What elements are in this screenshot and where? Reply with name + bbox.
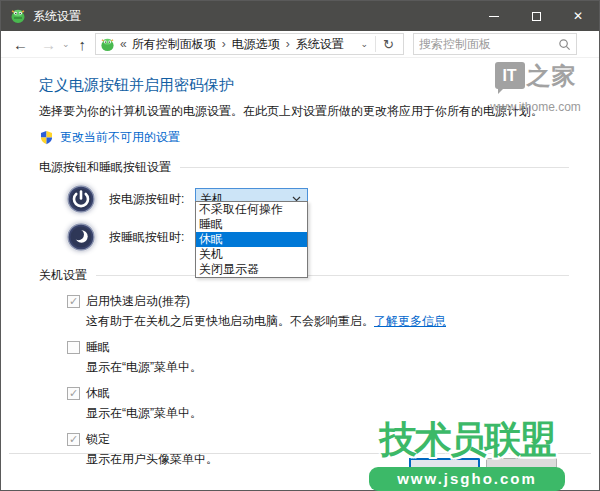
breadcrumb-separator-icon[interactable]: › <box>222 37 226 51</box>
window-icon[interactable] <box>10 8 26 24</box>
hibernate-checkbox[interactable]: ✓ <box>67 387 80 400</box>
dropdown-option-sleep[interactable]: 睡眠 <box>196 217 307 232</box>
checkbox-label[interactable]: 睡眠 <box>86 339 110 356</box>
breadcrumb-item-system-settings[interactable]: 系统设置 <box>296 36 344 53</box>
power-action-dropdown-list: 不采取任何操作 睡眠 休眠 关机 关闭显示器 <box>195 201 308 278</box>
jsgho-watermark: 技术员联盟 www.jsgho.com <box>369 415 565 491</box>
power-button-row: 按电源按钮时: 关机 <box>67 183 569 215</box>
maximize-button[interactable] <box>515 1 557 31</box>
close-icon: ✕ <box>573 10 583 22</box>
checkbox-description: 这有助于在关机之后更快地启动电脑。不会影响重启。了解更多信息 <box>86 313 569 330</box>
power-button-label: 按电源按钮时: <box>109 191 195 208</box>
ithome-logo-icon: IT <box>495 62 525 89</box>
jsgho-url-badge: www.jsgho.com <box>369 467 565 491</box>
checkbox-label[interactable]: 锁定 <box>86 431 110 448</box>
uac-shield-icon <box>39 130 54 145</box>
fast-startup-setting: ✓ 启用快速启动(推荐) 这有助于在关机之后更快地启动电脑。不会影响重启。了解更… <box>67 293 569 330</box>
change-unavailable-settings-link[interactable]: 更改当前不可用的设置 <box>60 129 180 146</box>
section-rule <box>96 275 569 276</box>
checkbox-description: 显示在“电源”菜单中。 <box>86 359 569 376</box>
learn-more-link[interactable]: 了解更多信息 <box>374 314 446 328</box>
close-button[interactable]: ✕ <box>557 1 599 31</box>
ithome-watermark: IT 之家 www.ithome.com <box>488 62 583 114</box>
window-title: 系统设置 <box>33 8 81 25</box>
breadcrumb-collapse-icon[interactable]: « <box>120 37 127 51</box>
title-bar: 系统设置 ✕ <box>1 1 599 31</box>
search-box <box>413 33 577 55</box>
system-settings-window: 系统设置 ✕ ← → ⌄ ↑ « 所有控制面板项 › 电源选项 › 系统设置 <box>0 0 600 491</box>
section-title: 关机设置 <box>39 267 87 284</box>
address-dropdown-icon[interactable]: ⌄ <box>354 39 376 49</box>
sleep-button-label: 按睡眠按钮时: <box>109 229 195 246</box>
search-input[interactable] <box>419 37 558 51</box>
refresh-icon[interactable]: ↻ <box>376 37 401 52</box>
minimize-button[interactable] <box>473 1 515 31</box>
search-icon[interactable] <box>558 38 571 51</box>
dropdown-option-shutdown[interactable]: 关机 <box>196 247 307 262</box>
power-buttons-section-header: 电源按钮和睡眠按钮设置 <box>39 159 569 176</box>
section-title: 电源按钮和睡眠按钮设置 <box>39 159 171 176</box>
power-button-icon <box>67 185 95 213</box>
dropdown-option-no-action[interactable]: 不采取任何操作 <box>196 202 307 217</box>
fast-startup-checkbox[interactable]: ✓ <box>67 295 80 308</box>
navigation-bar: ← → ⌄ ↑ « 所有控制面板项 › 电源选项 › 系统设置 ⌄ ↻ <box>1 31 599 58</box>
forward-button[interactable]: → <box>41 37 56 52</box>
breadcrumb-separator-icon[interactable]: › <box>286 37 290 51</box>
jsgho-title: 技术员联盟 <box>369 415 565 465</box>
up-button[interactable]: ↑ <box>79 37 87 52</box>
checkbox-label[interactable]: 休眠 <box>86 385 110 402</box>
ithome-logo-text: 之家 <box>527 62 577 89</box>
breadcrumb[interactable]: « 所有控制面板项 › 电源选项 › 系统设置 ⌄ ↻ <box>95 33 404 55</box>
dropdown-option-hibernate[interactable]: 休眠 <box>196 232 307 247</box>
maximize-icon <box>532 12 541 21</box>
checkbox-label[interactable]: 启用快速启动(推荐) <box>86 293 190 310</box>
sleep-setting: 睡眠 显示在“电源”菜单中。 <box>67 339 569 376</box>
dropdown-option-turn-off-display[interactable]: 关闭显示器 <box>196 262 307 277</box>
breadcrumb-item-power-options[interactable]: 电源选项 <box>232 36 280 53</box>
recent-pages-icon[interactable]: ⌄ <box>62 39 70 49</box>
back-button[interactable]: ← <box>13 37 28 52</box>
sleep-button-icon <box>67 223 95 251</box>
description-text: 这有助于在关机之后更快地启动电脑。不会影响重启。 <box>86 314 374 328</box>
section-rule <box>180 167 569 168</box>
ithome-url: www.ithome.com <box>488 100 583 114</box>
sleep-button-row: 按睡眠按钮时: <box>67 221 569 253</box>
breadcrumb-item-all-control-panel[interactable]: 所有控制面板项 <box>132 36 216 53</box>
lock-checkbox[interactable]: ✓ <box>67 433 80 446</box>
minimize-icon <box>489 16 499 17</box>
address-page-icon <box>100 37 115 52</box>
sleep-checkbox[interactable] <box>67 341 80 354</box>
